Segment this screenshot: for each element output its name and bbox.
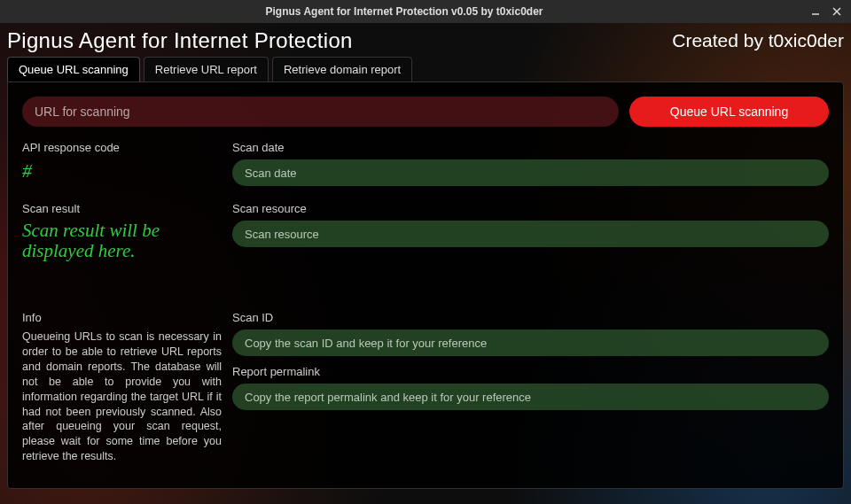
main-panel: Queue URL scanning API response code # S… <box>7 81 844 489</box>
scan-resource-label: Scan resource <box>232 202 829 215</box>
scan-id-field[interactable] <box>232 330 829 356</box>
app-credit: Created by t0xic0der <box>672 30 844 51</box>
app-header: Pignus Agent for Internet Protection Cre… <box>0 23 851 57</box>
scan-id-label: Scan ID <box>232 311 829 324</box>
scan-date-label: Scan date <box>232 141 829 154</box>
scan-result-value: Scan result will be displayed here. <box>22 221 222 261</box>
report-permalink-label: Report permalink <box>232 365 829 378</box>
api-response-value: # <box>22 159 222 182</box>
app-title: Pignus Agent for Internet Protection <box>7 28 353 53</box>
api-response-label: API response code <box>22 141 222 154</box>
report-permalink-field[interactable] <box>232 384 829 410</box>
url-input[interactable] <box>22 97 619 127</box>
window-title: Pignus Agent for Internet Protection v0.… <box>7 5 801 18</box>
queue-button[interactable]: Queue URL scanning <box>629 97 829 127</box>
info-label: Info <box>22 311 222 324</box>
minimize-icon[interactable] <box>808 4 823 19</box>
info-text: Queueing URLs to scan is necessary in or… <box>22 330 222 464</box>
close-icon[interactable] <box>830 4 844 19</box>
window-titlebar: Pignus Agent for Internet Protection v0.… <box>0 0 851 23</box>
scan-resource-field[interactable] <box>232 221 829 247</box>
scan-result-label: Scan result <box>22 202 222 215</box>
tab-retrieve-domain-report[interactable]: Retrieve domain report <box>272 57 412 81</box>
tab-bar: Queue URL scanning Retrieve URL report R… <box>0 57 851 81</box>
tab-retrieve-url-report[interactable]: Retrieve URL report <box>144 57 269 81</box>
tab-queue-url-scanning[interactable]: Queue URL scanning <box>7 57 140 81</box>
scan-date-field[interactable] <box>232 159 829 186</box>
